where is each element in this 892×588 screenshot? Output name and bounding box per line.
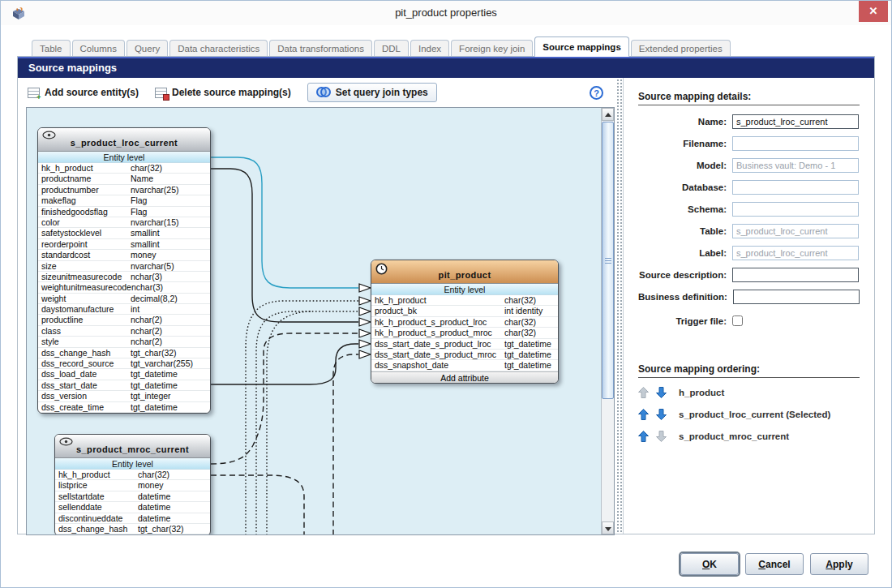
move-up-icon[interactable] (638, 409, 649, 420)
form-row: Filename: (638, 136, 860, 151)
tab[interactable]: Foreign key join (451, 40, 533, 57)
properties-dialog: pit_product properties ✕ TableColumnsQue… (0, 0, 892, 588)
close-icon[interactable]: ✕ (859, 1, 888, 22)
attribute-row[interactable]: productnumbernvarchar(25) (38, 185, 210, 195)
tab[interactable]: Query (127, 40, 168, 57)
attribute-row[interactable]: hk_h_product_s_product_mrocchar(32) (371, 328, 558, 338)
move-down-icon[interactable] (656, 431, 667, 442)
form-field-input[interactable] (732, 268, 859, 282)
attribute-row[interactable]: classnchar(2) (38, 326, 210, 337)
attribute-row[interactable]: listpricemoney (55, 480, 210, 491)
diagram-area[interactable]: s_product_lroc_current Entity level hk_h… (27, 108, 601, 534)
join-types-icon (316, 87, 331, 98)
form-row: Label: (638, 246, 860, 260)
details-form: Name: Filename: Model: Database: Schema:… (638, 114, 860, 304)
delete-source-mapping-button[interactable]: Delete source mapping(s) (155, 87, 291, 98)
attribute-row[interactable]: finishedgoodsflagFlag (38, 207, 210, 217)
form-field-input[interactable] (732, 246, 859, 260)
attribute-row[interactable]: sizenvarchar(5) (38, 261, 210, 272)
dialog-button[interactable]: Cancel (745, 553, 804, 575)
move-down-icon[interactable] (656, 409, 667, 420)
tab[interactable]: Data characteristics (169, 40, 268, 57)
attribute-row[interactable]: standardcostmoney (38, 250, 210, 260)
attribute-row[interactable]: weightunitmeasurecodenchar(3) (38, 282, 210, 293)
form-field-input[interactable] (732, 158, 859, 173)
attribute-row[interactable]: stylenchar(2) (38, 337, 210, 347)
move-down-icon[interactable] (656, 387, 667, 398)
attribute-row[interactable]: hk_h_productchar(32) (55, 470, 210, 480)
form-field-input[interactable] (732, 224, 859, 238)
attribute-row[interactable]: dss_start_date_s_product_lroctgt_datetim… (371, 339, 558, 350)
attribute-row[interactable]: daystomanufactureint (38, 304, 210, 315)
form-row: Database: (638, 180, 860, 195)
entity-table-s-product-lroc-current[interactable]: s_product_lroc_current Entity level hk_h… (37, 127, 211, 414)
attribute-row[interactable]: makeflagFlag (38, 195, 210, 206)
form-field-input[interactable] (732, 202, 859, 217)
entity-level-row: Entity level (371, 284, 558, 295)
scroll-down-icon[interactable] (602, 521, 614, 534)
attribute-row[interactable]: sellstartdatedatetime (55, 491, 210, 502)
attribute-row[interactable]: productlinenchar(2) (38, 315, 210, 325)
help-icon[interactable]: ? (590, 86, 603, 100)
entity-header: pit_product (371, 260, 558, 284)
attribute-row[interactable]: dss_record_sourcetgt_varchar(255) (38, 358, 210, 369)
attribute-row[interactable]: product_bkint identity (371, 306, 558, 316)
attribute-row[interactable]: sellenddatedatetime (55, 502, 210, 513)
form-field-input[interactable] (732, 180, 859, 195)
tab[interactable]: Columns (72, 40, 125, 57)
delete-mapping-icon (155, 88, 167, 98)
attribute-row[interactable]: dss_start_date_s_product_mroctgt_datetim… (371, 350, 558, 360)
attribute-row[interactable]: productnameName (38, 174, 210, 184)
entity-level-row: Entity level (55, 458, 210, 470)
ordering-item: s_product_mroc_current (638, 431, 860, 442)
set-query-join-types-button[interactable]: Set query join types (307, 83, 437, 102)
attribute-row[interactable]: dss_versiontgt_integer (38, 391, 210, 401)
attribute-row[interactable]: hk_h_productchar(32) (371, 295, 558, 306)
form-field-input[interactable] (732, 136, 859, 151)
content-frame: Source mappings + Add source entity(s) D… (17, 56, 875, 534)
form-row: Schema: (638, 202, 860, 217)
dialog-button[interactable]: Apply (810, 553, 868, 575)
scroll-up-icon[interactable] (602, 108, 614, 121)
entity-table-pit-product[interactable]: pit_product Entity level hk_h_productcha… (371, 260, 559, 384)
attribute-row[interactable]: hk_h_productchar(32) (38, 163, 210, 174)
attribute-row[interactable]: dss_change_hashtgt_char(32) (38, 348, 210, 358)
tab[interactable]: DDL (374, 40, 409, 57)
form-row: Source description: (638, 268, 860, 282)
tab[interactable]: Extended properties (631, 40, 731, 57)
move-up-icon[interactable] (638, 387, 649, 398)
entity-level-row: Entity level (38, 152, 210, 163)
scrollbar-thumb[interactable] (602, 122, 614, 399)
attribute-row[interactable]: sizeunitmeasurecodenchar(3) (38, 272, 210, 282)
entity-header: s_product_mroc_current (55, 435, 210, 458)
tab[interactable]: Source mappings (534, 36, 629, 57)
dialog-button[interactable]: OK (680, 553, 739, 575)
attribute-row[interactable]: safetystocklevelsmallint (38, 228, 210, 238)
tab[interactable]: Index (410, 40, 449, 57)
add-attribute-button[interactable]: Add attribute (371, 371, 558, 383)
form-row: Model: (638, 158, 860, 173)
attribute-row[interactable]: dss_snapshot_datetgt_datetime (371, 360, 558, 371)
attribute-row[interactable]: dss_create_timetgt_datetime (38, 402, 210, 413)
form-field-input[interactable] (733, 290, 860, 304)
attribute-row[interactable]: dss_start_datetgt_datetime (38, 380, 210, 391)
canvas-vertical-scrollbar[interactable] (601, 108, 614, 534)
attribute-row[interactable]: dss_change_hashtgt_char(32) (55, 524, 210, 534)
form-field-input[interactable] (732, 114, 859, 129)
tab[interactable]: Data transformations (269, 40, 372, 57)
attribute-row[interactable]: discontinueddatedatetime (55, 513, 210, 524)
attribute-row[interactable]: reorderpointsmallint (38, 239, 210, 250)
form-row: Table: (638, 224, 860, 238)
attribute-row[interactable]: weightdecimal(8,2) (38, 294, 210, 304)
tab[interactable]: Table (32, 40, 71, 57)
add-entity-icon: + (28, 88, 40, 98)
attribute-row[interactable]: dss_load_datetgt_datetime (38, 369, 210, 380)
add-source-entity-button[interactable]: + Add source entity(s) (28, 87, 139, 98)
pane-splitter[interactable] (615, 78, 623, 534)
attribute-row[interactable]: hk_h_product_s_product_lrocchar(32) (371, 317, 558, 328)
attribute-row[interactable]: colornvarchar(15) (38, 217, 210, 228)
entity-table-s-product-mroc-current[interactable]: s_product_mroc_current Entity level hk_h… (54, 434, 211, 534)
form-row: Name: (638, 114, 860, 129)
move-up-icon[interactable] (638, 431, 649, 442)
trigger-file-checkbox[interactable] (732, 315, 743, 326)
